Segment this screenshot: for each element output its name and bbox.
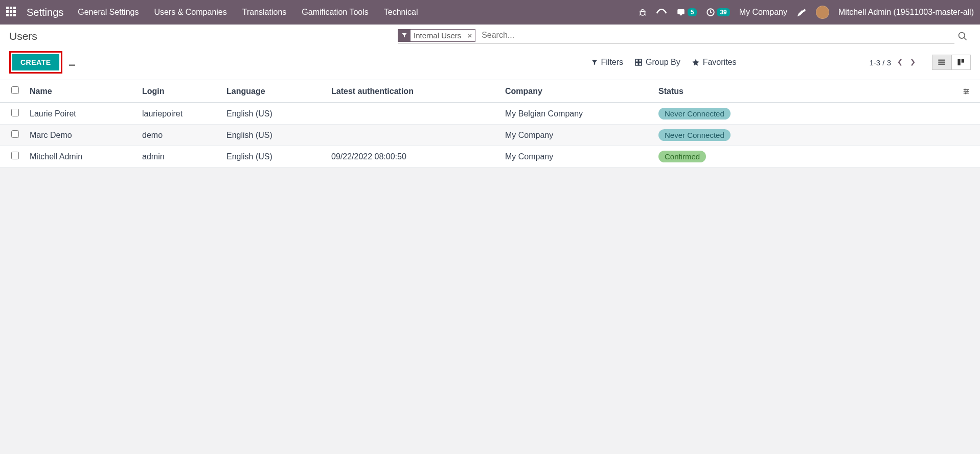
filter-icon: [398, 31, 411, 40]
user-menu[interactable]: Mitchell Admin (19511003-master-all): [838, 8, 974, 17]
list-view-button[interactable]: [932, 55, 951, 70]
cell-language: English (US): [221, 103, 326, 125]
svg-rect-2: [13, 7, 16, 9]
pager-prev[interactable]: [896, 58, 904, 66]
groupby-dropdown[interactable]: Group By: [634, 58, 680, 67]
svg-rect-15: [938, 64, 945, 65]
cell-company: My Belgian Company: [500, 103, 653, 125]
row-checkbox[interactable]: [11, 130, 19, 138]
svg-rect-6: [6, 14, 9, 16]
menu-translations[interactable]: Translations: [242, 8, 287, 17]
search-bar[interactable]: Internal Users ×: [398, 29, 954, 44]
cell-company: My Company: [500, 146, 653, 168]
status-badge: Never Connected: [658, 129, 731, 141]
menu-technical[interactable]: Technical: [384, 8, 418, 17]
systray: 5 39 My Company Mitchell Admin (19511003…: [638, 6, 974, 19]
cell-name: Laurie Poiret: [25, 103, 137, 125]
cell-company: My Company: [500, 125, 653, 146]
filters-label: Filters: [601, 58, 624, 67]
cell-login: admin: [137, 146, 221, 168]
cell-latest-auth: [326, 125, 500, 146]
cell-name: Mitchell Admin: [25, 146, 137, 168]
svg-rect-8: [13, 14, 16, 16]
facet-remove[interactable]: ×: [464, 30, 475, 41]
column-options-icon[interactable]: [962, 88, 971, 95]
activities-icon[interactable]: 39: [706, 8, 730, 17]
svg-rect-0: [6, 7, 9, 9]
cell-language: English (US): [221, 125, 326, 146]
header-company[interactable]: Company: [500, 80, 653, 103]
create-button[interactable]: CREATE: [12, 54, 59, 70]
cell-status: Never Connected: [653, 125, 956, 146]
view-switcher: [932, 55, 971, 70]
tools-icon[interactable]: [796, 7, 807, 17]
groupby-label: Group By: [646, 58, 680, 67]
messages-badge: 5: [688, 8, 697, 16]
menu-users-companies[interactable]: Users & Companies: [154, 8, 226, 17]
select-all-header: [0, 80, 25, 103]
svg-rect-4: [10, 10, 12, 13]
select-all-checkbox[interactable]: [11, 86, 19, 94]
debug-icon[interactable]: [638, 8, 647, 17]
svg-rect-3: [6, 10, 9, 13]
filters-dropdown[interactable]: Filters: [591, 58, 624, 67]
svg-point-10: [665, 12, 666, 13]
status-badge: Confirmed: [658, 151, 706, 162]
header-status[interactable]: Status: [653, 80, 956, 103]
page-title: Users: [9, 30, 398, 42]
svg-point-9: [656, 12, 658, 13]
svg-point-19: [967, 90, 968, 91]
table-row[interactable]: Marc DemodemoEnglish (US)My CompanyNever…: [0, 125, 980, 146]
cell-language: English (US): [221, 146, 326, 168]
avatar[interactable]: [816, 6, 829, 19]
table-row[interactable]: Laurie PoiretlauriepoiretEnglish (US)My …: [0, 103, 980, 125]
svg-rect-16: [958, 59, 960, 65]
top-navbar: Settings General Settings Users & Compan…: [0, 0, 980, 25]
search-facet: Internal Users ×: [398, 29, 475, 42]
apps-icon[interactable]: [6, 7, 17, 18]
header-name[interactable]: Name: [25, 80, 137, 103]
cell-login: demo: [137, 125, 221, 146]
search-icon[interactable]: [954, 31, 971, 41]
activities-badge: 39: [717, 8, 730, 16]
cell-status: Confirmed: [653, 146, 956, 168]
row-checkbox[interactable]: [11, 152, 19, 159]
svg-point-20: [965, 92, 966, 93]
company-selector[interactable]: My Company: [739, 8, 787, 17]
svg-rect-5: [13, 10, 16, 13]
favorites-dropdown[interactable]: Favorites: [692, 58, 737, 67]
cell-name: Marc Demo: [25, 125, 137, 146]
search-input[interactable]: [478, 29, 954, 42]
app-title[interactable]: Settings: [27, 7, 63, 18]
status-badge: Never Connected: [658, 108, 731, 120]
svg-point-18: [965, 89, 966, 90]
create-highlight: CREATE: [9, 51, 62, 74]
menu-general-settings[interactable]: General Settings: [78, 8, 139, 17]
svg-rect-17: [962, 59, 964, 63]
svg-rect-1: [10, 7, 12, 9]
cell-status: Never Connected: [653, 103, 956, 125]
top-menu: General Settings Users & Companies Trans…: [78, 8, 418, 17]
kanban-view-button[interactable]: [951, 55, 971, 70]
svg-point-12: [959, 33, 965, 39]
cell-latest-auth: [326, 103, 500, 125]
header-latest-auth[interactable]: Latest authentication: [326, 80, 500, 103]
header-language[interactable]: Language: [221, 80, 326, 103]
support-icon[interactable]: [656, 8, 667, 17]
header-options: [956, 80, 980, 103]
pager-next[interactable]: [909, 58, 917, 66]
pager: 1-3 / 3: [869, 58, 917, 67]
messages-icon[interactable]: 5: [676, 8, 697, 17]
import-icon[interactable]: [67, 58, 77, 67]
svg-rect-7: [10, 14, 12, 16]
cell-login: lauriepoiret: [137, 103, 221, 125]
menu-gamification-tools[interactable]: Gamification Tools: [302, 8, 368, 17]
cell-latest-auth: 09/22/2022 08:00:50: [326, 146, 500, 168]
favorites-label: Favorites: [703, 58, 737, 67]
svg-rect-14: [938, 62, 945, 63]
header-login[interactable]: Login: [137, 80, 221, 103]
row-checkbox[interactable]: [11, 109, 19, 116]
pager-text[interactable]: 1-3 / 3: [869, 58, 891, 67]
table-row[interactable]: Mitchell AdminadminEnglish (US)09/22/202…: [0, 146, 980, 168]
control-panel: Users Internal Users × CREATE Filters Gr…: [0, 25, 980, 80]
